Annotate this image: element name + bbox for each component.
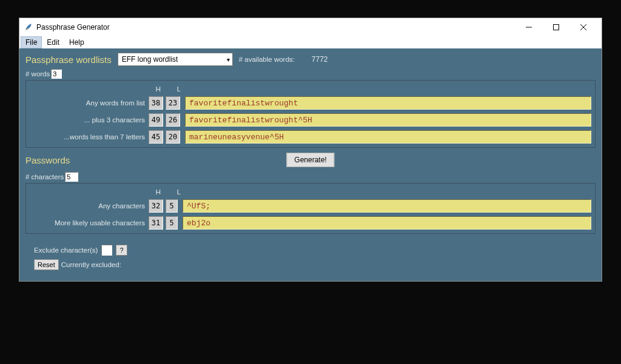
h-value: 32 [149,199,163,213]
feather-icon [24,23,33,31]
h-value: 38 [149,96,163,110]
row-label-anywords: Any words from list [27,99,149,107]
available-words-value: 7772 [312,55,328,64]
app-window: Passphrase Generator File Edit Help Pass… [19,18,602,281]
passphrase-group: H L Any words from list 38 23 favoritefi… [25,80,596,148]
row-label-plus3: ... plus 3 characters [27,116,149,124]
password-output-2[interactable]: ebj2o [183,216,591,230]
wordlists-label: Passphrase wordlists [25,55,112,65]
l-value: 5 [166,199,178,213]
passphrase-output-1[interactable]: favoritefinalistwrought [185,96,591,110]
exclude-label: Exclude character(s) [34,247,98,254]
titlebar: Passphrase Generator [19,18,602,36]
h-header: H [152,188,164,196]
currently-excluded-label: Currently excluded: [61,261,121,268]
close-button[interactable] [569,18,597,36]
menubar: File Edit Help [19,36,602,48]
h-value: 49 [149,113,163,127]
l-value: 26 [166,113,180,127]
exclude-input[interactable] [101,245,112,256]
h-value: 45 [149,130,163,144]
password-output-1[interactable]: ^UfS; [183,199,591,213]
menu-help[interactable]: Help [64,36,89,48]
maximize-button[interactable] [542,18,569,36]
l-header: L [173,85,185,93]
available-words-label: # available words: [239,56,295,63]
passwords-label: Passwords [25,155,70,165]
menu-file[interactable]: File [21,36,42,48]
l-value: 20 [166,130,180,144]
chevron-down-icon: ▾ [227,56,230,63]
reset-button[interactable]: Reset [34,259,59,270]
l-header: L [173,188,185,196]
generate-button[interactable]: Generate! [286,153,334,167]
nwords-label: # words [25,70,50,78]
passphrase-output-2[interactable]: favoritefinalistwrought^5H [185,113,591,127]
content-area: Passphrase wordlists EFF long wordlist ▾… [19,48,602,281]
menu-edit[interactable]: Edit [42,36,64,48]
wordlist-value: EFF long wordlist [122,55,178,64]
h-value: 31 [149,216,163,230]
row-label-usable: More likely usable characters [27,219,149,227]
nchars-label: # characters [25,173,64,180]
passphrase-output-3[interactable]: marineuneasyvenue^5H [185,130,591,144]
row-label-anychars: Any characters [27,202,149,210]
l-value: 23 [166,96,180,110]
exclude-help-button[interactable]: ? [116,245,127,256]
nwords-input[interactable]: 3 [51,69,62,79]
svg-rect-1 [553,25,559,30]
row-label-less7: ...words less than 7 letters [27,133,149,141]
minimize-button[interactable] [515,18,542,36]
nchars-input[interactable]: 5 [65,172,78,182]
password-group: H L Any characters 32 5 ^UfS; More likel… [25,183,596,234]
h-header: H [152,85,164,93]
wordlist-dropdown[interactable]: EFF long wordlist ▾ [118,53,233,66]
l-value: 5 [166,216,178,230]
window-title: Passphrase Generator [36,23,110,31]
